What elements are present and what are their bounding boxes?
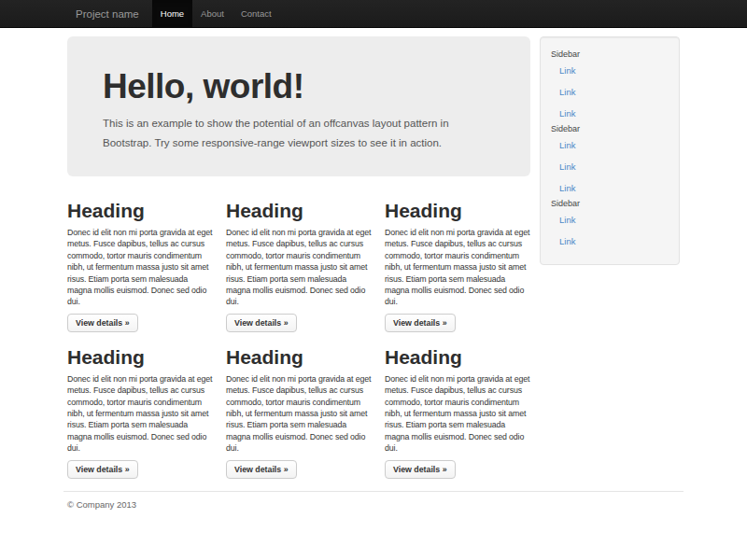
nav-link-contact[interactable]: Contact (233, 0, 280, 27)
view-details-button[interactable]: View details » (67, 314, 138, 332)
view-details-button[interactable]: View details » (385, 314, 456, 332)
card-text: Donec id elit non mi porta gravida at eg… (226, 373, 372, 455)
card-heading: Heading (67, 201, 213, 221)
footer: © Company 2013 (63, 491, 684, 510)
sidebar-group-header: Sidebar (541, 124, 679, 134)
content-card: Heading Donec id elit non mi porta gravi… (67, 201, 213, 332)
card-row-2: Heading Donec id elit non mi porta gravi… (67, 347, 530, 479)
card-text: Donec id elit non mi porta gravida at eg… (67, 373, 213, 455)
content-card: Heading Donec id elit non mi porta gravi… (385, 347, 530, 479)
card-heading: Heading (385, 201, 530, 221)
navbar: Project name Home About Contact (0, 0, 747, 28)
sidebar-group: Sidebar Link Link Link (541, 124, 679, 199)
navbar-menu: Home About Contact (152, 0, 280, 27)
main-column: Hello, world! This is an example to show… (63, 36, 530, 479)
nav-item-home: Home (152, 0, 192, 27)
card-text: Donec id elit non mi porta gravida at eg… (226, 227, 372, 308)
card-heading: Heading (67, 347, 213, 368)
page-title: Hello, world! (103, 67, 495, 105)
sidebar: Sidebar Link Link Link Sidebar Link Link… (540, 36, 680, 265)
content-card: Heading Donec id elit non mi porta gravi… (226, 347, 372, 479)
nav-link-home[interactable]: Home (152, 0, 192, 27)
card-heading: Heading (385, 347, 530, 368)
navbar-brand[interactable]: Project name (63, 0, 152, 27)
card-row-1: Heading Donec id elit non mi porta gravi… (67, 201, 530, 332)
sidebar-group: Sidebar Link Link Link (541, 49, 679, 124)
sidebar-link[interactable]: Link (541, 60, 679, 81)
view-details-button[interactable]: View details » (226, 460, 297, 479)
nav-item-about: About (192, 0, 233, 27)
sidebar-group-header: Sidebar (541, 199, 679, 209)
view-details-button[interactable]: View details » (226, 314, 297, 332)
copyright: © Company 2013 (67, 499, 680, 510)
sidebar-link[interactable]: Link (541, 231, 679, 252)
sidebar-link[interactable]: Link (541, 81, 679, 103)
card-text: Donec id elit non mi porta gravida at eg… (385, 373, 530, 455)
nav-item-contact: Contact (233, 0, 280, 27)
sidebar-link[interactable]: Link (541, 103, 679, 124)
sidebar-group-header: Sidebar (541, 49, 679, 60)
card-text: Donec id elit non mi porta gravida at eg… (385, 227, 530, 308)
page-container: Hello, world! This is an example to show… (63, 36, 684, 510)
content-card: Heading Donec id elit non mi porta gravi… (385, 201, 530, 332)
jumbotron: Hello, world! This is an example to show… (67, 36, 530, 176)
content-card: Heading Donec id elit non mi porta gravi… (67, 347, 213, 479)
sidebar-link[interactable]: Link (541, 134, 679, 156)
sidebar-link[interactable]: Link (541, 209, 679, 231)
content-row: Hello, world! This is an example to show… (63, 36, 684, 479)
card-heading: Heading (226, 201, 372, 221)
sidebar-link[interactable]: Link (541, 156, 679, 177)
view-details-button[interactable]: View details » (67, 460, 138, 479)
navbar-inner: Project name Home About Contact (63, 0, 684, 27)
nav-link-about[interactable]: About (192, 0, 233, 27)
jumbotron-lead: This is an example to show the potential… (103, 114, 495, 153)
sidebar-link[interactable]: Link (541, 177, 679, 199)
card-text: Donec id elit non mi porta gravida at eg… (67, 227, 213, 308)
sidebar-group: Sidebar Link Link (541, 199, 679, 252)
card-heading: Heading (226, 347, 372, 368)
content-card: Heading Donec id elit non mi porta gravi… (226, 201, 372, 332)
view-details-button[interactable]: View details » (385, 460, 456, 479)
